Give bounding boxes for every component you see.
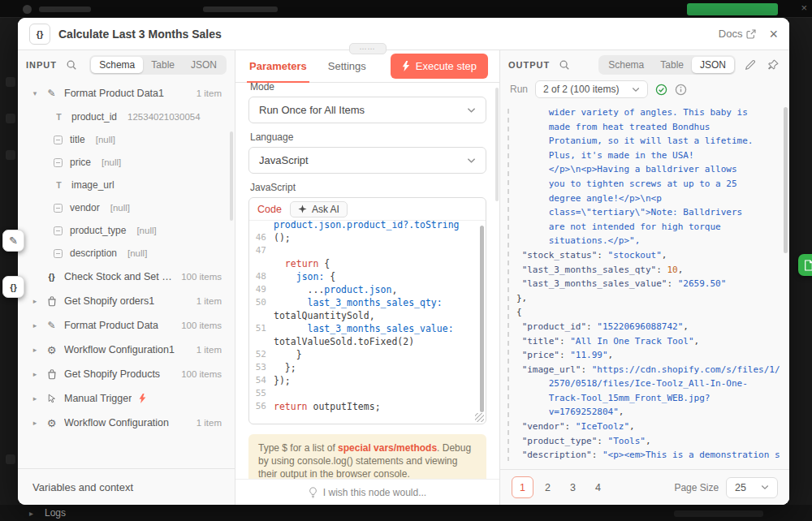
tree-node[interactable]: {} Check Stock and Set Status 100 items — [24, 265, 228, 289]
chevron-right-icon[interactable]: ▸ — [31, 346, 39, 354]
tree-node[interactable]: ▸ ✎ Format Product Data 100 items — [24, 313, 228, 338]
schema-field-row[interactable]: description [null] — [24, 242, 228, 265]
field-name: image_url — [71, 179, 114, 191]
braces-icon: {} — [10, 282, 17, 292]
chevron-right-icon[interactable]: ▸ — [31, 297, 39, 305]
logs-label[interactable]: Logs — [45, 507, 66, 519]
output-json-wrap: wider variety of angles. This baby is ma… — [500, 104, 789, 469]
page-size-select[interactable]: 25 — [726, 477, 778, 498]
parameters-scrollbar[interactable] — [495, 88, 499, 201]
tree-node[interactable]: ▸ ⚙ Workflow Configuration 1 item — [24, 411, 228, 435]
variables-label: Variables and context — [32, 481, 133, 493]
code-node-icon: {} — [29, 24, 50, 45]
code-tab[interactable]: Code — [257, 204, 282, 215]
edit-fields-float-button[interactable]: ✎ — [2, 230, 24, 252]
docs-label: Docs — [719, 28, 743, 40]
chevron-right-icon[interactable]: ▸ — [31, 419, 39, 427]
tab-json[interactable]: JSON — [692, 57, 734, 73]
topbar-text-hint — [39, 6, 91, 12]
code-node-float-button[interactable]: {} — [2, 276, 24, 298]
feedback-label: I wish this node would... — [323, 487, 426, 498]
field-value: [null] — [102, 157, 121, 167]
tab-json[interactable]: JSON — [183, 57, 225, 73]
schema-field-row[interactable]: price [null] — [24, 151, 228, 174]
info-icon[interactable] — [675, 84, 687, 96]
page-button-1[interactable]: 1 — [512, 476, 533, 498]
tab-schema[interactable]: Schema — [91, 57, 143, 73]
tab-schema[interactable]: Schema — [600, 57, 652, 73]
sparkle-icon — [298, 205, 307, 213]
run-select[interactable]: 2 of 2 (100 items) — [535, 80, 648, 98]
chevron-right-icon[interactable]: ▸ — [31, 321, 39, 329]
tree-node-label: Format Product Data — [64, 320, 158, 331]
schema-field-row[interactable]: title [null] — [24, 128, 228, 151]
string-type-icon: T — [54, 180, 64, 190]
hint-text: Type $ for a list of — [258, 442, 338, 454]
output-panel: OUTPUT Schema Table JSON — [499, 50, 789, 505]
tab-settings[interactable]: Settings — [326, 50, 369, 82]
edit-output-icon[interactable] — [742, 57, 758, 73]
screen: × ▸ Logs ✎ {} {} Calculate Last 3 Months… — [0, 0, 812, 521]
topbar-primary-button[interactable] — [687, 3, 778, 15]
tab-parameters[interactable]: Parameters — [247, 50, 309, 82]
field-value: [null] — [127, 248, 147, 258]
output-scrollbar[interactable] — [784, 107, 788, 253]
schema-field-row[interactable]: product_type [null] — [24, 219, 228, 242]
page-button-2[interactable]: 2 — [537, 476, 559, 498]
editor-resize-handle[interactable] — [475, 413, 484, 422]
app-bottombar: ▸ Logs — [0, 505, 812, 521]
gear-icon: ⚙ — [45, 417, 58, 429]
field-name: description — [70, 248, 117, 259]
schema-field-row[interactable]: vendor [null] — [24, 196, 228, 219]
modal-header: {} Calculate Last 3 Months Sales Docs × — [18, 18, 789, 50]
page-button-4[interactable]: 4 — [587, 476, 609, 498]
panel-drag-handle[interactable]: ⋯⋯ — [349, 43, 387, 54]
hint-box: Type $ for a list of special vars/method… — [248, 434, 486, 479]
run-label: Run — [510, 84, 528, 95]
chevron-right-icon[interactable]: ▸ — [31, 394, 39, 403]
input-scrollbar[interactable] — [230, 131, 233, 221]
language-value: JavaScript — [259, 154, 309, 166]
file-icon — [804, 260, 812, 271]
pinned-data-float-button[interactable] — [798, 254, 812, 276]
tree-node[interactable]: ▾ ✎ Format Product Data1 1 item — [24, 81, 228, 105]
tree-node[interactable]: ▸ Get Shopify Products 100 items — [24, 362, 228, 386]
execute-step-button[interactable]: Execute step — [391, 54, 488, 79]
search-icon[interactable] — [63, 57, 80, 73]
input-schema-tree: ▾ ✎ Format Product Data1 1 item T produc… — [18, 80, 235, 435]
tree-node-label: Get Shopify Products — [64, 368, 160, 380]
tree-node[interactable]: ▸ ⚙ Workflow Configuration1 1 item — [24, 338, 228, 362]
chevron-right-icon[interactable]: ▸ — [31, 370, 39, 378]
docs-link[interactable]: Docs — [719, 28, 757, 40]
sidebar-icon-hint — [6, 77, 15, 87]
topbar-close-icon[interactable]: × — [801, 2, 807, 14]
javascript-label: JavaScript — [250, 182, 485, 193]
chevron-down-icon — [632, 87, 640, 93]
schema-field-row[interactable]: T product_id 12534021030054 — [24, 105, 228, 128]
tab-table[interactable]: Table — [652, 57, 692, 73]
topbar-text-hint — [203, 6, 278, 12]
language-select[interactable]: JavaScript — [248, 147, 486, 174]
execute-step-label: Execute step — [416, 60, 477, 72]
node-settings-panel: ⋯⋯ Parameters Settings Execute step Mode — [235, 50, 499, 505]
chevron-down-icon[interactable]: ▾ — [31, 89, 39, 97]
close-icon[interactable]: × — [769, 27, 778, 41]
field-name: title — [70, 134, 85, 145]
variables-and-context[interactable]: Variables and context — [18, 468, 235, 505]
tree-node[interactable]: ▸ Manual Trigger — [24, 386, 228, 411]
tree-node[interactable]: ▸ Get Shopify orders1 1 item — [24, 289, 228, 313]
page-button-3[interactable]: 3 — [562, 476, 584, 498]
code-content[interactable]: product.json.product_id?.toString46();47… — [249, 221, 486, 424]
pin-data-icon[interactable] — [765, 57, 781, 73]
feedback-prompt[interactable]: I wish this node would... — [235, 479, 499, 505]
tab-table[interactable]: Table — [143, 57, 183, 73]
editor-scrollbar[interactable] — [480, 226, 484, 412]
schema-field-row[interactable]: T image_url — [24, 174, 228, 196]
output-json[interactable]: wider variety of angles. This baby is ma… — [516, 105, 780, 469]
field-value: [null] — [96, 135, 115, 144]
edit-fields-node-icon: ✎ — [45, 88, 58, 99]
mode-select[interactable]: Run Once for All Items — [248, 97, 486, 123]
ask-ai-button[interactable]: Ask AI — [290, 201, 348, 217]
search-icon[interactable] — [556, 57, 572, 73]
app-topbar: × — [0, 0, 812, 18]
